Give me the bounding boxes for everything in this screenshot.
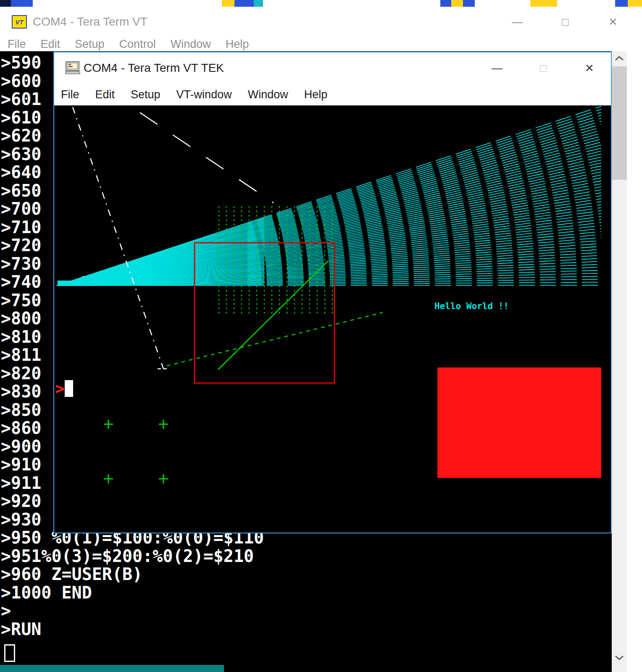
background-window-fragment bbox=[0, 665, 224, 672]
window-frame-bottom bbox=[224, 665, 612, 672]
tek-canvas[interactable]: Hello World !! > bbox=[54, 105, 611, 533]
red-filled-rect bbox=[437, 368, 601, 478]
tek-prompt-char: > bbox=[55, 379, 65, 398]
terminal-line: >601 bbox=[1, 90, 41, 109]
tek-window-title: COM4 - Tera Term VT TEK bbox=[84, 61, 224, 75]
plus-markers bbox=[104, 420, 168, 483]
terminal-line: >850 bbox=[1, 401, 41, 420]
terminal-line: >600 bbox=[1, 72, 41, 91]
tek-minimize-button[interactable]: — bbox=[482, 62, 512, 75]
minimize-button[interactable]: — bbox=[503, 16, 532, 29]
scroll-up-button[interactable] bbox=[612, 51, 627, 66]
terminal-line: >740 bbox=[1, 273, 41, 291]
tera-term-vt-icon: VT bbox=[12, 15, 27, 29]
terminal-line: >811 bbox=[1, 346, 41, 365]
terminal-line: >960 Z=USER(B) bbox=[1, 565, 264, 584]
terminal-line: >900 bbox=[1, 438, 41, 456]
tek-graphics bbox=[54, 105, 611, 533]
background-window-fragment bbox=[628, 0, 642, 7]
white-long-dash-line bbox=[140, 113, 274, 203]
vt-menubar: FileEditSetupControlWindowHelp bbox=[0, 37, 612, 51]
tek-cursor bbox=[65, 380, 73, 397]
tek-hello-text: Hello World !! bbox=[434, 301, 509, 311]
background-window-fragment bbox=[440, 0, 451, 7]
vt-window-title: COM4 - Tera Term VT bbox=[33, 15, 147, 29]
menu-item-help[interactable]: Help bbox=[226, 38, 249, 51]
menu-item-control[interactable]: Control bbox=[119, 38, 156, 51]
background-window-fragment bbox=[222, 0, 234, 7]
terminal-line: >640 bbox=[1, 163, 41, 182]
terminal-line: >920 bbox=[1, 492, 41, 511]
chevron-down-icon bbox=[614, 655, 624, 661]
terminal-bottom-lines: >950 %0(1)=$100:%0(0)=$110>951%0(3)=$200… bbox=[1, 529, 264, 638]
terminal-line: >820 bbox=[1, 365, 41, 383]
window-frame-bottom-right bbox=[612, 665, 627, 672]
cyan-fan bbox=[57, 106, 601, 286]
background-window-fragment bbox=[0, 0, 11, 7]
terminal-line: >620 bbox=[1, 127, 41, 145]
terminal-line: >830 bbox=[1, 383, 41, 401]
tek-menubar: FileEditSetupVT-windowWindowHelp bbox=[54, 84, 611, 105]
vt-cursor bbox=[4, 644, 15, 662]
terminal-line: >930 bbox=[1, 511, 41, 529]
background-windows-strip bbox=[0, 0, 642, 7]
vt-titlebar: VT COM4 - Tera Term VT — □ ✕ bbox=[0, 7, 642, 37]
terminal-line: >730 bbox=[1, 255, 41, 273]
menu-item-file[interactable]: File bbox=[8, 38, 26, 51]
menu-item-window[interactable]: Window bbox=[171, 38, 211, 51]
menu-item-edit[interactable]: Edit bbox=[95, 88, 115, 101]
terminal-line: >650 bbox=[1, 182, 41, 200]
terminal-left-lines: >590>600>601>610>620>630>640>650>700>710… bbox=[1, 54, 41, 529]
background-window-fragment bbox=[234, 0, 254, 7]
background-window-fragment bbox=[254, 0, 263, 7]
terminal-line: >911 bbox=[1, 474, 41, 493]
tek-close-button[interactable]: ✕ bbox=[575, 62, 604, 75]
window-frame-right bbox=[627, 51, 642, 672]
terminal-line: >710 bbox=[1, 218, 41, 237]
white-dash-dot-line bbox=[73, 107, 163, 369]
maximize-button[interactable]: □ bbox=[550, 16, 580, 29]
menu-item-file[interactable]: File bbox=[61, 88, 79, 101]
tek-window-controls: — □ ✕ bbox=[482, 62, 604, 75]
green-dashed-line bbox=[167, 312, 383, 366]
scroll-down-button[interactable] bbox=[612, 651, 627, 665]
background-window-fragment bbox=[530, 0, 557, 7]
background-window-fragment bbox=[615, 0, 628, 7]
terminal-line: >630 bbox=[1, 145, 41, 164]
terminal-line: >860 bbox=[1, 419, 41, 438]
tera-term-tek-icon bbox=[65, 61, 80, 75]
tek-window: COM4 - Tera Term VT TEK — □ ✕ FileEditSe… bbox=[53, 52, 612, 533]
terminal-line: >720 bbox=[1, 236, 41, 255]
menu-item-setup[interactable]: Setup bbox=[131, 88, 160, 101]
menu-item-window[interactable]: Window bbox=[248, 88, 288, 101]
menu-item-setup[interactable]: Setup bbox=[75, 38, 105, 51]
terminal-line: >RUN bbox=[1, 620, 264, 639]
scrollbar-thumb[interactable] bbox=[612, 66, 627, 180]
terminal-line: >750 bbox=[1, 291, 41, 310]
vt-scrollbar[interactable] bbox=[612, 51, 627, 665]
vt-window-controls: — □ ✕ bbox=[503, 16, 628, 29]
menu-item-vt-window[interactable]: VT-window bbox=[176, 88, 232, 101]
tek-titlebar: COM4 - Tera Term VT TEK — □ ✕ bbox=[54, 52, 611, 84]
terminal-line: >590 bbox=[1, 54, 41, 72]
terminal-line: >700 bbox=[1, 200, 41, 218]
terminal-line: > bbox=[1, 602, 264, 620]
terminal-line: >1000 END bbox=[1, 584, 264, 602]
chevron-up-icon bbox=[614, 55, 624, 61]
menu-item-edit[interactable]: Edit bbox=[41, 38, 61, 51]
terminal-line: >951%0(3)=$200:%0(2)=$210 bbox=[1, 547, 264, 566]
terminal-line: >800 bbox=[1, 310, 41, 328]
background-window-fragment bbox=[451, 0, 463, 7]
background-window-fragment bbox=[11, 0, 33, 7]
terminal-line: >610 bbox=[1, 109, 41, 127]
terminal-line: >910 bbox=[1, 456, 41, 474]
tek-prompt: > bbox=[55, 379, 73, 398]
terminal-line: >810 bbox=[1, 328, 41, 346]
menu-item-help[interactable]: Help bbox=[304, 88, 328, 101]
tek-maximize-button[interactable]: □ bbox=[529, 62, 558, 75]
background-window-fragment bbox=[463, 0, 475, 7]
close-button[interactable]: ✕ bbox=[598, 16, 628, 29]
